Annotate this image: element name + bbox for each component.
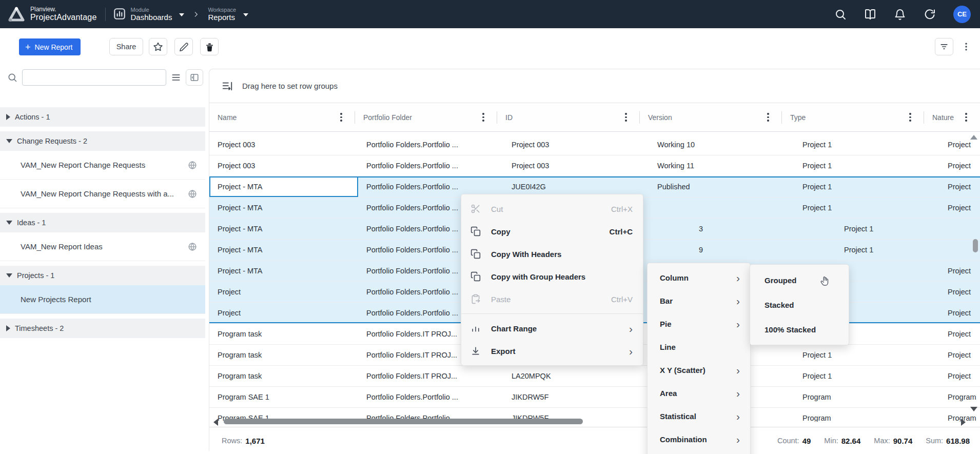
toolbar-overflow-menu[interactable] (958, 38, 974, 55)
table-cell[interactable]: Project 003 (503, 155, 649, 176)
module-selector[interactable]: Module Dashboards (113, 7, 185, 22)
row-group-drop-zone[interactable]: Drag here to set row groups (209, 69, 980, 103)
table-cell[interactable]: Project (939, 345, 980, 365)
help-library-icon[interactable] (864, 8, 876, 21)
search-icon[interactable] (834, 8, 847, 21)
sidebar-group-timesheets-2[interactable]: Timesheets - 2 (0, 319, 205, 338)
column-menu-icon[interactable] (763, 112, 773, 123)
table-cell[interactable]: 3 (649, 219, 836, 239)
column-menu-icon[interactable] (479, 112, 488, 123)
sidebar-report-item[interactable]: VAM_New Report Change Requests with a... (0, 180, 205, 208)
table-cell[interactable]: Project 1 (836, 219, 980, 239)
menu-item-line[interactable]: Line (648, 335, 750, 359)
menu-item-statistical[interactable]: Statistical› (648, 405, 750, 428)
table-cell[interactable]: Project - MTA (209, 176, 358, 197)
list-menu-icon[interactable] (171, 72, 181, 83)
table-cell[interactable]: Portfolio Folders.Portfolio ... (358, 155, 503, 176)
sidebar-group-ideas-1[interactable]: Ideas - 1 (0, 213, 205, 232)
table-cell[interactable]: Project (939, 261, 980, 281)
table-cell[interactable]: Project (939, 176, 980, 197)
new-report-button[interactable]: + New Report (19, 38, 81, 55)
table-cell[interactable]: Program SAE 1 (209, 387, 358, 407)
column-header-version[interactable]: Version (640, 103, 782, 131)
column-menu-icon[interactable] (962, 112, 971, 123)
table-cell[interactable] (649, 198, 794, 218)
share-button[interactable]: Share (109, 38, 143, 55)
column-header-portfolio-folder[interactable]: Portfolio Folder (355, 103, 497, 131)
table-cell[interactable]: Portfolio Folders.IT PROJ... (358, 366, 503, 386)
column-menu-icon[interactable] (621, 112, 631, 123)
table-cell[interactable]: Program (794, 387, 939, 407)
menu-item-combination[interactable]: Combination› (648, 428, 750, 451)
filter-button[interactable] (935, 38, 953, 55)
menu-item-stacked[interactable]: Stacked (750, 292, 849, 317)
edit-button[interactable] (174, 38, 193, 55)
sidebar-group-actions-1[interactable]: Actions - 1 (0, 107, 205, 127)
table-cell[interactable]: Project (209, 282, 358, 302)
table-cell[interactable]: Project (939, 303, 980, 323)
favorite-button[interactable] (149, 38, 167, 55)
menu-item-copy-with-headers[interactable]: Copy With Headers (461, 243, 643, 265)
table-cell[interactable]: Project - MTA (209, 198, 358, 218)
table-cell[interactable]: JIKDRW5F (503, 387, 649, 407)
sidebar-report-item[interactable]: VAM_New Report Ideas (0, 232, 205, 261)
scroll-up-arrow[interactable] (970, 135, 977, 140)
menu-item-grouped[interactable]: Grouped (750, 268, 849, 292)
table-cell[interactable]: Project (939, 198, 980, 218)
menu-item-column[interactable]: Column› (648, 266, 750, 289)
column-header-nature[interactable]: Nature (924, 103, 980, 131)
sidebar-group-change-requests-2[interactable]: Change Requests - 2 (0, 131, 205, 151)
table-cell[interactable]: Program (939, 387, 980, 407)
scroll-down-arrow[interactable] (970, 407, 977, 411)
table-cell[interactable]: Working 10 (649, 134, 794, 155)
menu-item-chart-range[interactable]: Chart Range› (461, 317, 643, 340)
menu-item-paste[interactable]: PasteCtrl+V (461, 288, 643, 310)
table-cell[interactable]: Working 11 (649, 155, 794, 176)
delete-button[interactable] (200, 38, 219, 55)
column-header-name[interactable]: Name (209, 103, 355, 131)
menu-item-cut[interactable]: CutCtrl+X (461, 198, 643, 220)
table-cell[interactable]: Portfolio Folders.Portfolio ... (358, 134, 503, 155)
column-header-id[interactable]: ID (497, 103, 640, 131)
menu-item-copy[interactable]: CopyCtrl+C (461, 220, 643, 243)
refresh-icon[interactable] (924, 8, 936, 21)
table-cell[interactable]: Program task (209, 345, 358, 365)
table-cell[interactable]: Project 1 (794, 366, 939, 386)
menu-item-area[interactable]: Area› (648, 382, 750, 405)
table-cell[interactable]: Project - MTA (209, 219, 358, 239)
table-cell[interactable]: Project 1 (794, 345, 939, 365)
table-cell[interactable]: Program (794, 408, 939, 422)
table-cell[interactable]: Portfolio Folders.Portfolio ... (358, 387, 503, 407)
horizontal-scrollbar-thumb[interactable] (224, 419, 583, 424)
sidebar-group-projects-1[interactable]: Projects - 1 (0, 266, 205, 285)
table-cell[interactable]: Project 1 (836, 240, 980, 260)
table-cell[interactable]: Project (939, 155, 980, 176)
table-cell[interactable]: Project 1 (794, 176, 939, 197)
table-cell[interactable]: Program task (209, 366, 358, 386)
table-cell[interactable]: Project 003 (209, 134, 358, 155)
table-cell[interactable]: Project 1 (794, 134, 939, 155)
table-cell[interactable]: Project 1 (794, 198, 939, 218)
menu-item-export[interactable]: Export› (461, 340, 643, 362)
table-cell[interactable]: Program task (209, 324, 358, 344)
table-cell[interactable]: Project 1 (794, 155, 939, 176)
menu-item-copy-with-group-headers[interactable]: Copy with Group Headers (461, 265, 643, 288)
table-cell[interactable]: Published (649, 176, 794, 197)
table-cell[interactable]: Project - MTA (209, 261, 358, 281)
sidebar-search-input[interactable] (22, 69, 166, 86)
collapse-panel-button[interactable] (186, 69, 203, 86)
menu-item-bar[interactable]: Bar› (648, 289, 750, 312)
table-cell[interactable]: Project 003 (209, 155, 358, 176)
scroll-left-arrow[interactable] (213, 419, 218, 426)
column-menu-icon[interactable] (337, 112, 346, 123)
workspace-selector[interactable]: Workspace Reports (208, 7, 248, 22)
table-cell[interactable]: Project (939, 366, 980, 386)
table-cell[interactable]: Project (209, 303, 358, 323)
notifications-bell-icon[interactable] (894, 8, 906, 21)
table-cell[interactable]: Project (939, 282, 980, 302)
sidebar-report-item[interactable]: New Projects Report (0, 285, 205, 314)
table-cell[interactable]: LA20MPQK (503, 366, 649, 386)
table-cell[interactable]: Project (939, 324, 980, 344)
menu-item-100-stacked[interactable]: 100% Stacked (750, 317, 849, 342)
menu-item-x-y-scatter[interactable]: X Y (Scatter)› (648, 359, 750, 382)
